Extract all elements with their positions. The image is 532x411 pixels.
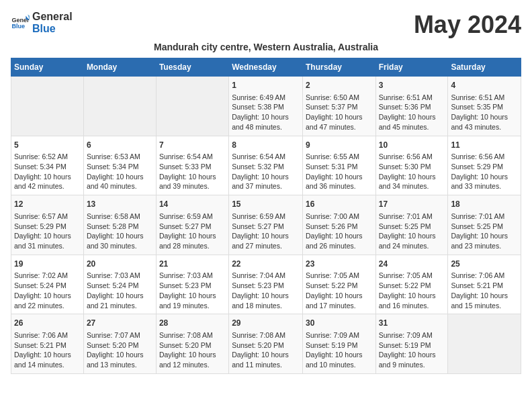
logo-blue-text: Blue: [32, 23, 73, 35]
calendar-cell-w5-d6: 31Sunrise: 7:09 AMSunset: 5:19 PMDayligh…: [375, 314, 448, 374]
sunset-text: Sunset: 5:25 PM: [379, 222, 445, 232]
sunset-text: Sunset: 5:34 PM: [87, 162, 153, 172]
day-number: 15: [232, 199, 300, 210]
daylight-text: Daylight: 10 hours and 39 minutes.: [159, 172, 226, 191]
day-number: 14: [159, 199, 226, 210]
calendar-subtitle: Mandurah city centre, Western Australia,…: [11, 42, 521, 52]
calendar-cell-w3-d2: 13Sunrise: 6:58 AMSunset: 5:28 PMDayligh…: [83, 195, 156, 255]
col-monday: Monday: [83, 58, 156, 77]
calendar-cell-w3-d6: 17Sunrise: 7:01 AMSunset: 5:25 PMDayligh…: [375, 195, 448, 255]
day-number: 29: [232, 318, 300, 329]
sunrise-text: Sunrise: 6:53 AM: [87, 152, 153, 162]
sunset-text: Sunset: 5:34 PM: [14, 162, 81, 172]
daylight-text: Daylight: 10 hours and 10 minutes.: [306, 350, 373, 369]
col-wednesday: Wednesday: [229, 58, 303, 77]
sunset-text: Sunset: 5:25 PM: [451, 222, 518, 232]
calendar-cell-w5-d7: [448, 314, 521, 374]
day-number: 17: [379, 199, 445, 210]
day-number: 20: [87, 259, 153, 270]
day-number: 11: [451, 140, 518, 151]
sunrise-text: Sunrise: 7:05 AM: [306, 271, 373, 281]
calendar-week-3: 12Sunrise: 6:57 AMSunset: 5:29 PMDayligh…: [11, 195, 521, 255]
day-number: 10: [379, 140, 445, 151]
sunset-text: Sunset: 5:32 PM: [232, 162, 300, 172]
sunrise-text: Sunrise: 7:03 AM: [159, 271, 226, 281]
sunset-text: Sunset: 5:26 PM: [306, 222, 373, 232]
calendar-week-2: 5Sunrise: 6:52 AMSunset: 5:34 PMDaylight…: [11, 136, 521, 195]
sunset-text: Sunset: 5:37 PM: [306, 102, 373, 112]
calendar-cell-w2-d7: 11Sunrise: 6:56 AMSunset: 5:29 PMDayligh…: [448, 136, 521, 195]
daylight-text: Daylight: 10 hours and 40 minutes.: [87, 172, 153, 191]
calendar-cell-w3-d4: 15Sunrise: 6:59 AMSunset: 5:27 PMDayligh…: [229, 195, 303, 255]
day-number: 22: [232, 259, 300, 270]
calendar-cell-w1-d7: 4Sunrise: 6:51 AMSunset: 5:35 PMDaylight…: [448, 77, 521, 136]
daylight-text: Daylight: 10 hours and 47 minutes.: [306, 112, 373, 132]
daylight-text: Daylight: 10 hours and 42 minutes.: [14, 172, 81, 191]
col-tuesday: Tuesday: [156, 58, 228, 77]
sunset-text: Sunset: 5:33 PM: [159, 162, 226, 172]
calendar-cell-w4-d7: 25Sunrise: 7:06 AMSunset: 5:21 PMDayligh…: [448, 255, 521, 314]
calendar-cell-w2-d1: 5Sunrise: 6:52 AMSunset: 5:34 PMDaylight…: [11, 136, 84, 195]
sunrise-text: Sunrise: 7:01 AM: [451, 212, 518, 222]
sunrise-text: Sunrise: 6:54 AM: [159, 152, 226, 162]
logo-icon: General Blue: [11, 13, 30, 32]
sunrise-text: Sunrise: 7:06 AM: [14, 330, 81, 340]
sunset-text: Sunset: 5:20 PM: [159, 340, 226, 351]
sunset-text: Sunset: 5:29 PM: [14, 222, 81, 232]
sunrise-text: Sunrise: 7:03 AM: [87, 271, 153, 281]
day-number: 4: [451, 80, 518, 91]
calendar-cell-w2-d6: 10Sunrise: 6:56 AMSunset: 5:30 PMDayligh…: [375, 136, 448, 195]
sunset-text: Sunset: 5:22 PM: [379, 281, 445, 291]
col-sunday: Sunday: [11, 58, 84, 77]
calendar-cell-w1-d4: 1Sunrise: 6:49 AMSunset: 5:38 PMDaylight…: [229, 77, 303, 136]
sunrise-text: Sunrise: 7:00 AM: [306, 212, 373, 222]
logo: General Blue General Blue: [11, 11, 73, 34]
calendar-cell-w4-d6: 24Sunrise: 7:05 AMSunset: 5:22 PMDayligh…: [375, 255, 448, 314]
calendar-cell-w5-d1: 26Sunrise: 7:06 AMSunset: 5:21 PMDayligh…: [11, 314, 84, 374]
col-saturday: Saturday: [448, 58, 521, 77]
sunrise-text: Sunrise: 7:09 AM: [306, 330, 373, 340]
calendar-week-1: 1Sunrise: 6:49 AMSunset: 5:38 PMDaylight…: [11, 77, 521, 136]
daylight-text: Daylight: 10 hours and 26 minutes.: [306, 231, 373, 250]
day-number: 5: [14, 140, 81, 151]
daylight-text: Daylight: 10 hours and 15 minutes.: [451, 291, 518, 310]
sunset-text: Sunset: 5:28 PM: [87, 222, 153, 232]
sunrise-text: Sunrise: 6:51 AM: [451, 93, 518, 103]
day-number: 27: [87, 318, 153, 329]
day-number: 6: [87, 140, 153, 151]
sunrise-text: Sunrise: 6:56 AM: [379, 152, 445, 162]
daylight-text: Daylight: 10 hours and 13 minutes.: [87, 350, 153, 369]
calendar-cell-w2-d4: 8Sunrise: 6:54 AMSunset: 5:32 PMDaylight…: [229, 136, 303, 195]
sunrise-text: Sunrise: 7:08 AM: [232, 330, 300, 340]
day-number: 2: [306, 80, 373, 91]
calendar-week-5: 26Sunrise: 7:06 AMSunset: 5:21 PMDayligh…: [11, 314, 521, 374]
calendar-cell-w4-d2: 20Sunrise: 7:03 AMSunset: 5:24 PMDayligh…: [83, 255, 156, 314]
month-title: May 2024: [414, 11, 521, 39]
daylight-text: Daylight: 10 hours and 24 minutes.: [379, 231, 445, 250]
daylight-text: Daylight: 10 hours and 11 minutes.: [232, 350, 300, 369]
sunrise-text: Sunrise: 6:56 AM: [451, 152, 518, 162]
daylight-text: Daylight: 10 hours and 36 minutes.: [306, 172, 373, 191]
sunset-text: Sunset: 5:22 PM: [306, 281, 373, 291]
sunrise-text: Sunrise: 7:01 AM: [379, 212, 445, 222]
sunrise-text: Sunrise: 7:07 AM: [87, 330, 153, 340]
day-number: 21: [159, 259, 226, 270]
sunset-text: Sunset: 5:23 PM: [159, 281, 226, 291]
sunset-text: Sunset: 5:38 PM: [232, 102, 300, 112]
sunrise-text: Sunrise: 7:08 AM: [159, 330, 226, 340]
sunrise-text: Sunrise: 6:50 AM: [306, 93, 373, 103]
day-number: 13: [87, 199, 153, 210]
svg-text:Blue: Blue: [11, 23, 25, 30]
calendar-cell-w4-d5: 23Sunrise: 7:05 AMSunset: 5:22 PMDayligh…: [302, 255, 375, 314]
calendar-cell-w1-d1: [11, 77, 84, 136]
calendar-cell-w4-d1: 19Sunrise: 7:02 AMSunset: 5:24 PMDayligh…: [11, 255, 84, 314]
daylight-text: Daylight: 10 hours and 27 minutes.: [232, 231, 300, 250]
day-number: 19: [14, 259, 81, 270]
day-number: 3: [379, 80, 445, 91]
calendar-cell-w5-d4: 29Sunrise: 7:08 AMSunset: 5:20 PMDayligh…: [229, 314, 303, 374]
sunrise-text: Sunrise: 6:58 AM: [87, 212, 153, 222]
calendar-table: Sunday Monday Tuesday Wednesday Thursday…: [11, 58, 521, 374]
sunrise-text: Sunrise: 6:51 AM: [379, 93, 445, 103]
day-number: 16: [306, 199, 373, 210]
sunset-text: Sunset: 5:19 PM: [379, 340, 445, 351]
